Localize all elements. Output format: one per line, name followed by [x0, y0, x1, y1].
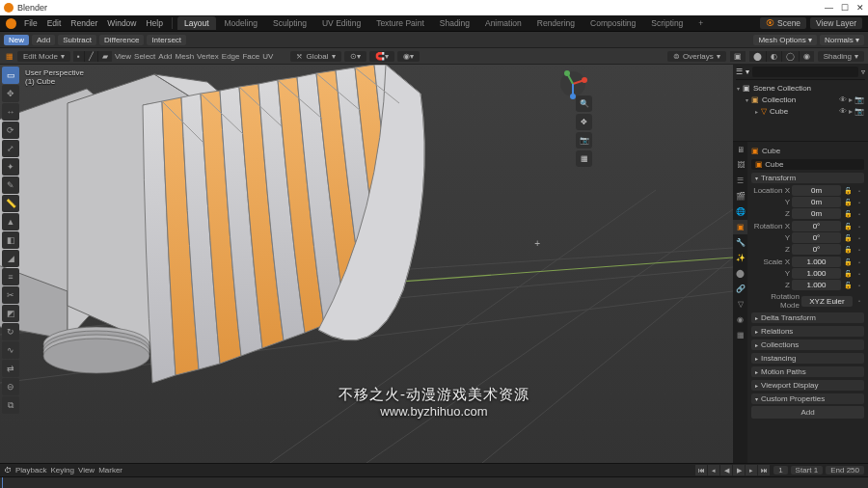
- tl-menu-keying[interactable]: Keying: [50, 466, 73, 474]
- outliner-search[interactable]: [752, 67, 858, 77]
- zoom-button[interactable]: 🔍: [576, 95, 592, 112]
- tool-select-box[interactable]: ▭: [2, 67, 19, 84]
- prop-tab-modifiers[interactable]: 🔧: [733, 235, 747, 250]
- bool-new-button[interactable]: New: [4, 35, 29, 45]
- outliner-filter-icon[interactable]: ▿: [861, 68, 865, 76]
- lock-icon[interactable]: 🔓: [843, 187, 853, 195]
- tab-animation[interactable]: Animation: [478, 16, 529, 30]
- outliner-collection[interactable]: ▾▣ Collection 👁▸📷: [736, 94, 865, 105]
- vh-menu-mesh[interactable]: Mesh: [176, 52, 195, 61]
- viewlayer-selector[interactable]: View Layer: [810, 17, 862, 29]
- tab-shading[interactable]: Shading: [433, 16, 476, 30]
- shading-toggle[interactable]: ⬤◐◯◉: [749, 51, 814, 62]
- pan-button[interactable]: ✥: [576, 114, 592, 130]
- vh-menu-select[interactable]: Select: [134, 52, 155, 61]
- tab-texturepaint[interactable]: Texture Paint: [369, 16, 431, 30]
- prop-tab-viewlayer[interactable]: ☰: [733, 174, 747, 188]
- tab-add[interactable]: +: [692, 16, 710, 30]
- tool-bevel[interactable]: ◢: [2, 250, 19, 267]
- menu-render[interactable]: Render: [67, 18, 101, 28]
- panel-motion[interactable]: ▸Motion Paths: [751, 366, 864, 377]
- scale-z-value[interactable]: 1.000: [792, 280, 841, 290]
- bool-subtract-button[interactable]: Subtract: [58, 35, 96, 45]
- object-name-field[interactable]: ▣ Cube: [751, 159, 864, 170]
- play-icon[interactable]: ▶: [733, 465, 745, 475]
- maximize-button[interactable]: ☐: [841, 3, 849, 13]
- bool-intersect-button[interactable]: Intersect: [147, 35, 186, 45]
- tool-rip[interactable]: ⧉: [2, 396, 19, 414]
- tool-spin[interactable]: ↻: [2, 323, 19, 340]
- vh-menu-edge[interactable]: Edge: [222, 52, 240, 61]
- select-icon[interactable]: ▸: [849, 107, 853, 116]
- panel-viewport[interactable]: ▸Viewport Display: [751, 380, 864, 391]
- next-key-icon[interactable]: ▸: [746, 465, 757, 475]
- loc-z-value[interactable]: 0m: [792, 208, 841, 219]
- current-frame[interactable]: 1: [773, 466, 787, 474]
- scene-selector[interactable]: ⦿Scene: [760, 17, 806, 29]
- prop-tab-output[interactable]: 🖼: [733, 158, 747, 173]
- prop-tab-render[interactable]: 🖥: [733, 143, 747, 157]
- proportional-toggle[interactable]: ◉▾: [397, 51, 420, 62]
- tool-edgeslide[interactable]: ⇄: [2, 360, 19, 377]
- start-frame[interactable]: Start 1: [791, 466, 824, 474]
- perspective-button[interactable]: ▦: [576, 150, 592, 167]
- tab-modeling[interactable]: Modeling: [218, 16, 265, 30]
- tool-smooth[interactable]: ∿: [2, 341, 19, 359]
- eye-icon[interactable]: 👁: [839, 107, 847, 116]
- menu-window[interactable]: Window: [103, 18, 140, 28]
- prop-tab-mesh[interactable]: ▽: [733, 297, 747, 312]
- end-frame[interactable]: End 250: [826, 466, 864, 474]
- pivot-selector[interactable]: ⊙▾: [344, 51, 366, 62]
- rot-y-value[interactable]: 0°: [792, 232, 841, 243]
- loc-x-value[interactable]: 0m: [792, 185, 841, 196]
- tool-scale[interactable]: ⤢: [2, 140, 19, 157]
- select-mode-toggle[interactable]: ▪╱▰: [73, 51, 112, 62]
- vh-menu-add[interactable]: Add: [158, 52, 172, 61]
- shading-dropdown[interactable]: Shading ▾: [818, 51, 864, 62]
- tool-loopcut[interactable]: ≡: [2, 268, 19, 285]
- panel-collections[interactable]: ▸Collections: [751, 339, 864, 350]
- outliner[interactable]: ☰ ▾ ▿ ▾▣ Scene Collection ▾▣ Collection …: [733, 65, 868, 142]
- prev-key-icon[interactable]: ◂: [708, 465, 719, 475]
- panel-transform[interactable]: ▾Transform: [751, 173, 864, 183]
- vh-menu-view[interactable]: View: [115, 52, 131, 61]
- panel-delta[interactable]: ▸Delta Transform: [751, 312, 864, 323]
- jump-end-icon[interactable]: ⏭: [758, 465, 770, 475]
- tab-layout[interactable]: Layout: [177, 16, 216, 30]
- camera-button[interactable]: 📷: [576, 132, 592, 149]
- vh-menu-vertex[interactable]: Vertex: [197, 52, 219, 61]
- timeline-track[interactable]: [0, 476, 868, 488]
- outliner-display-dropdown[interactable]: ▾: [746, 68, 749, 76]
- prop-tab-constraints[interactable]: 🔗: [733, 282, 747, 296]
- vh-menu-face[interactable]: Face: [242, 52, 259, 61]
- timeline-type-icon[interactable]: ⏱: [4, 466, 12, 474]
- rot-x-value[interactable]: 0°: [792, 221, 841, 231]
- scale-x-value[interactable]: 1.000: [792, 257, 841, 267]
- tl-menu-playback[interactable]: Playback: [15, 466, 46, 474]
- prop-tab-texture[interactable]: ▦: [733, 328, 747, 342]
- tab-uvediting[interactable]: UV Editing: [315, 16, 367, 30]
- tl-menu-view[interactable]: View: [78, 466, 95, 474]
- scale-y-value[interactable]: 1.000: [792, 268, 841, 279]
- render-icon[interactable]: 📷: [854, 95, 864, 104]
- tool-cursor[interactable]: ✥: [2, 85, 19, 102]
- tool-measure[interactable]: 📏: [2, 195, 19, 212]
- jump-start-icon[interactable]: ⏮: [695, 465, 707, 475]
- tool-rotate[interactable]: ⟳: [2, 122, 19, 139]
- loc-y-value[interactable]: 0m: [792, 197, 841, 207]
- custom-add-button[interactable]: Add: [751, 406, 864, 419]
- rot-z-value[interactable]: 0°: [792, 244, 841, 255]
- tool-extrude[interactable]: ▲: [2, 213, 19, 230]
- outliner-scene-collection[interactable]: ▾▣ Scene Collection: [736, 82, 865, 94]
- mesh-options-dropdown[interactable]: Mesh Options ▾: [753, 35, 817, 45]
- menu-file[interactable]: File: [20, 18, 41, 28]
- prop-tab-particles[interactable]: ✨: [733, 251, 747, 265]
- overlays-toggle[interactable]: ⊜ Overlays ▾: [667, 51, 726, 62]
- tl-menu-marker[interactable]: Marker: [98, 466, 122, 474]
- minimize-button[interactable]: —: [825, 3, 833, 13]
- mode-selector[interactable]: Edit Mode ▾: [17, 51, 70, 62]
- close-button[interactable]: ✕: [856, 3, 864, 13]
- tool-shrink[interactable]: ⊖: [2, 378, 19, 395]
- snap-toggle[interactable]: 🧲▾: [369, 51, 394, 62]
- tool-knife[interactable]: ✂: [2, 286, 19, 304]
